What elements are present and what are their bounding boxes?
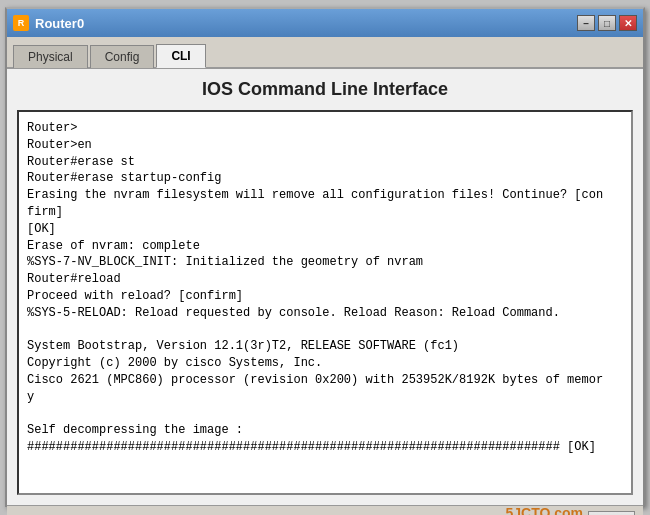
tab-bar: Physical Config CLI (7, 37, 643, 69)
minimize-button[interactable]: – (577, 15, 595, 31)
tab-cli[interactable]: CLI (156, 44, 205, 68)
app-icon: R (13, 15, 29, 31)
bottom-bar: 5JCTO.com 技术博客 Blog Co... (7, 505, 643, 515)
title-bar-left: R Router0 (13, 15, 84, 31)
terminal-wrapper: Router> Router>en Router#erase st Router… (17, 110, 633, 495)
page-title: IOS Command Line Interface (17, 79, 633, 100)
title-bar: R Router0 – □ ✕ (7, 9, 643, 37)
main-window: R Router0 – □ ✕ Physical Config CLI IOS … (5, 7, 645, 507)
content-area: IOS Command Line Interface Router> Route… (7, 69, 643, 505)
copy-button[interactable]: Co... (588, 511, 635, 516)
title-controls: – □ ✕ (577, 15, 637, 31)
close-button[interactable]: ✕ (619, 15, 637, 31)
tab-config[interactable]: Config (90, 45, 155, 68)
watermark-site: 5JCTO.com (505, 505, 583, 515)
window-title: Router0 (35, 16, 84, 31)
maximize-button[interactable]: □ (598, 15, 616, 31)
tab-physical[interactable]: Physical (13, 45, 88, 68)
terminal-output[interactable]: Router> Router>en Router#erase st Router… (19, 112, 631, 493)
watermark: 5JCTO.com 技术博客 Blog (505, 505, 583, 515)
